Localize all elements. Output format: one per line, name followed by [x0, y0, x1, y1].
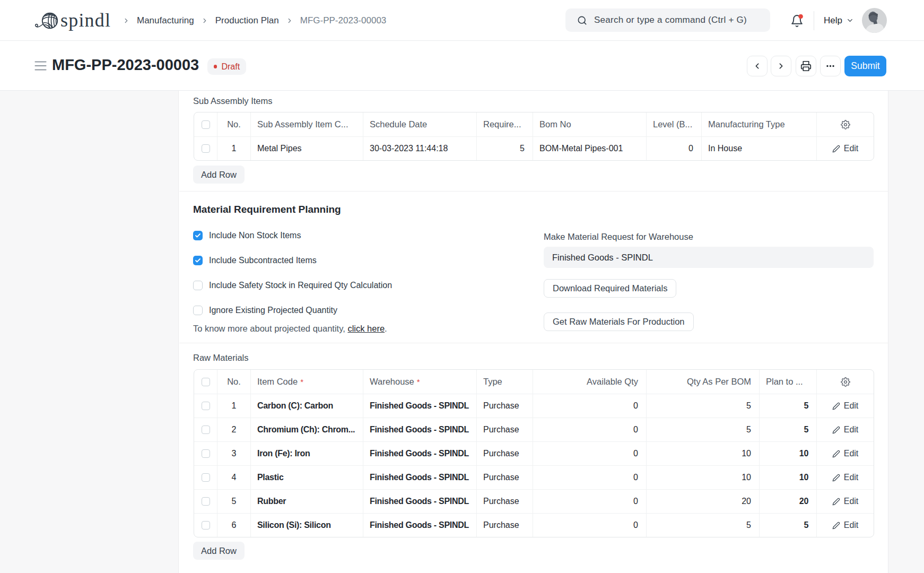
svg-text:spindl: spindl — [60, 10, 111, 31]
